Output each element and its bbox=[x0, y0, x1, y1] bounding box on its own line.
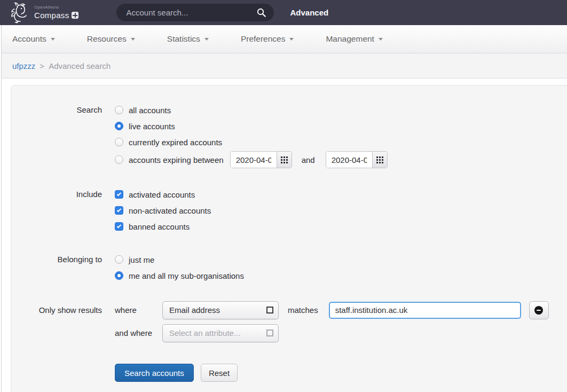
filter-operator-label: matches bbox=[288, 305, 318, 315]
advanced-link[interactable]: Advanced bbox=[290, 8, 328, 17]
radio-expired-accounts[interactable]: currently expired accounts bbox=[115, 134, 388, 150]
chevron-down-icon bbox=[204, 38, 209, 41]
openathens-logo-icon bbox=[10, 2, 30, 24]
filter-row-2: and where Select an attribute... bbox=[115, 324, 549, 342]
breadcrumb-current-page: Advanced search bbox=[49, 61, 111, 70]
date-to-group bbox=[326, 151, 388, 168]
radio-live-accounts[interactable]: live accounts bbox=[115, 118, 388, 134]
nav-accounts-label: Accounts bbox=[12, 34, 46, 44]
radio-icon[interactable] bbox=[115, 155, 123, 164]
radio-icon[interactable] bbox=[115, 106, 123, 114]
content-region: Accounts Resources Statistics Preference… bbox=[1, 25, 567, 392]
search-group-label: Search bbox=[11, 102, 102, 118]
attribute-select-placeholder: Select an attribute... bbox=[169, 328, 240, 338]
radio-just-me[interactable]: just me bbox=[115, 252, 244, 268]
brand-openathens-label: OpenAthens bbox=[34, 5, 78, 10]
nav-resources-label: Resources bbox=[87, 34, 127, 44]
nav-management[interactable]: Management bbox=[326, 34, 382, 44]
account-search-input[interactable] bbox=[126, 8, 257, 17]
include-group: Include activated accounts non-activated… bbox=[11, 186, 567, 234]
radio-expired-accounts-label: currently expired accounts bbox=[129, 138, 222, 147]
radio-expiring-between-label: accounts expiring between bbox=[129, 155, 224, 164]
date-from-group bbox=[230, 151, 292, 168]
checkbox-activated-accounts[interactable]: activated accounts bbox=[115, 186, 211, 202]
radio-icon[interactable] bbox=[115, 255, 123, 264]
dropdown-square-icon bbox=[266, 330, 273, 336]
checkbox-banned-accounts[interactable]: banned accounts bbox=[115, 218, 211, 234]
radio-all-accounts[interactable]: all accounts bbox=[115, 102, 388, 118]
chevron-down-icon bbox=[289, 38, 294, 41]
advanced-search-panel: Search all accounts live accounts curren… bbox=[11, 85, 567, 392]
nav-resources[interactable]: Resources bbox=[87, 34, 135, 44]
remove-filter-button[interactable] bbox=[529, 301, 549, 319]
radio-selected-icon[interactable] bbox=[115, 271, 123, 280]
date-from-calendar-button[interactable] bbox=[277, 152, 292, 168]
radio-expiring-between-row: accounts expiring between bbox=[115, 150, 388, 169]
radio-selected-icon[interactable] bbox=[115, 122, 123, 130]
include-group-label: Include bbox=[11, 186, 102, 202]
chevron-down-icon bbox=[379, 38, 383, 41]
checkbox-non-activated-accounts-label: non-activated accounts bbox=[129, 206, 211, 215]
radio-me-and-sub-orgs[interactable]: me and all my sub-organisations bbox=[115, 268, 244, 284]
top-header: OpenAthens Compass Advanced bbox=[0, 0, 567, 25]
main-nav: Accounts Resources Statistics Preference… bbox=[2, 25, 567, 53]
reset-button[interactable]: Reset bbox=[201, 364, 238, 382]
radio-me-and-sub-orgs-label: me and all my sub-organisations bbox=[129, 271, 244, 280]
nav-preferences[interactable]: Preferences bbox=[241, 34, 294, 44]
checkbox-non-activated-accounts[interactable]: non-activated accounts bbox=[115, 202, 211, 218]
chevron-down-icon bbox=[131, 38, 135, 41]
page: OpenAthens Compass Advanced Accounts bbox=[0, 0, 567, 392]
plus-badge-icon bbox=[72, 12, 78, 19]
belonging-group-label: Belonging to bbox=[11, 252, 102, 268]
checkbox-checked-icon[interactable] bbox=[115, 206, 123, 215]
nav-accounts[interactable]: Accounts bbox=[12, 34, 55, 44]
breadcrumb-separator: > bbox=[40, 61, 44, 70]
filter-prefix-and-where: and where bbox=[115, 328, 162, 338]
account-search-box[interactable] bbox=[116, 4, 274, 21]
radio-icon[interactable] bbox=[115, 138, 123, 146]
filter-group: Only show results where Email address ma… bbox=[11, 301, 567, 347]
filter-prefix-where: where bbox=[115, 305, 162, 315]
nav-management-label: Management bbox=[326, 34, 374, 44]
nav-statistics-label: Statistics bbox=[167, 34, 200, 44]
checkbox-banned-accounts-label: banned accounts bbox=[129, 222, 190, 231]
search-icon[interactable] bbox=[257, 8, 266, 17]
minus-circle-icon bbox=[534, 306, 543, 315]
breadcrumb: ufpzzz > Advanced search bbox=[2, 53, 567, 79]
radio-live-accounts-label: live accounts bbox=[129, 122, 175, 131]
checkbox-activated-accounts-label: activated accounts bbox=[129, 190, 195, 199]
filter-row-1: where Email address matches bbox=[115, 301, 549, 319]
filter-value-input[interactable] bbox=[329, 302, 521, 319]
filter-group-label: Only show results bbox=[11, 301, 102, 319]
attribute-select-value: Email address bbox=[169, 305, 220, 315]
date-to-input[interactable] bbox=[326, 152, 372, 168]
brand-compass-label: Compass bbox=[34, 11, 69, 20]
breadcrumb-org-link[interactable]: ufpzzz bbox=[12, 61, 35, 70]
radio-just-me-label: just me bbox=[129, 255, 154, 264]
form-actions: Search accounts Reset bbox=[11, 364, 567, 382]
attribute-select[interactable]: Email address bbox=[162, 301, 279, 319]
nav-statistics[interactable]: Statistics bbox=[167, 34, 209, 44]
search-accounts-button[interactable]: Search accounts bbox=[115, 364, 194, 382]
dropdown-square-icon bbox=[266, 307, 273, 313]
date-range-and-label: and bbox=[302, 155, 315, 164]
checkbox-checked-icon[interactable] bbox=[115, 222, 123, 231]
attribute-select-empty[interactable]: Select an attribute... bbox=[162, 324, 279, 342]
checkbox-checked-icon[interactable] bbox=[115, 190, 123, 199]
belonging-group: Belonging to just me me and all my sub-o… bbox=[11, 252, 567, 284]
chevron-down-icon bbox=[51, 38, 55, 41]
nav-preferences-label: Preferences bbox=[241, 34, 286, 44]
radio-all-accounts-label: all accounts bbox=[129, 106, 171, 115]
search-group: Search all accounts live accounts curren… bbox=[11, 102, 567, 169]
date-from-input[interactable] bbox=[231, 152, 277, 168]
calendar-grid-icon bbox=[281, 156, 288, 163]
date-to-calendar-button[interactable] bbox=[372, 152, 387, 168]
brand[interactable]: OpenAthens Compass bbox=[10, 2, 78, 24]
calendar-grid-icon bbox=[376, 156, 383, 163]
